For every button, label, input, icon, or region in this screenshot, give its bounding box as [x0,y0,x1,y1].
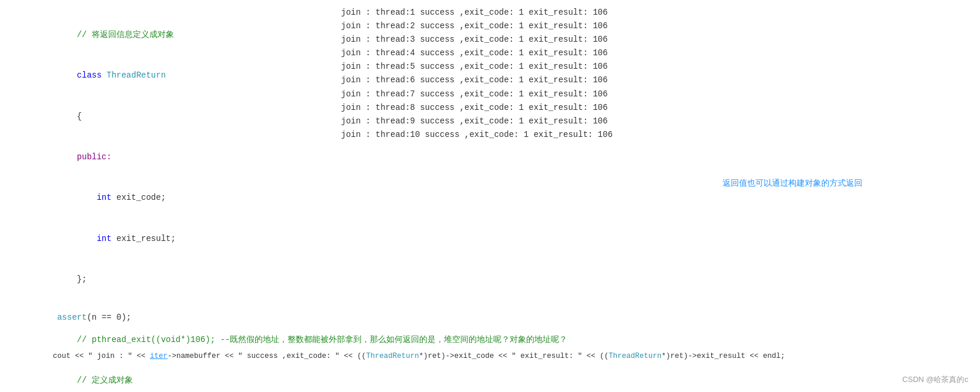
output-line-5: join : thread:5 success ,exit_code: 1 ex… [341,60,968,73]
output-line-7: join : thread:7 success ,exit_code: 1 ex… [341,88,968,101]
csdn-watermark: CSDN @哈茶真的c [902,373,968,386]
output-line-8: join : thread:8 success ,exit_code: 1 ex… [341,101,968,115]
class-name: ThreadReturn [106,71,166,80]
left-code-panel: // 将返回信息定义成对象 class ThreadReturn { publi… [0,0,329,392]
member-var: exit_result; [112,234,176,243]
code-line: int exit_code; [18,177,329,218]
output-block: join : thread:1 success ,exit_code: 1 ex… [341,6,968,142]
main-container: // 将返回信息定义成对象 class ThreadReturn { publi… [0,0,980,392]
output-line-10: join : thread:10 success ,exit_code: 1 e… [341,128,968,142]
access-specifier: public: [57,152,111,162]
keyword: int [96,234,111,243]
output-line-1: join : thread:1 success ,exit_code: 1 ex… [341,6,968,19]
output-line-2: join : thread:2 success ,exit_code: 1 ex… [341,19,968,33]
right-output-panel: join : thread:1 success ,exit_code: 1 ex… [329,0,980,392]
code-line: class ThreadReturn [18,55,329,96]
output-line-4: join : thread:4 success ,exit_code: 1 ex… [341,46,968,60]
output-line-3: join : thread:3 success ,exit_code: 1 ex… [341,33,968,46]
closing-brace: }; [57,274,86,284]
annotation-text: 返回值也可以通过构建对象的方式返回 [723,176,862,190]
code-line: }; [18,259,329,300]
code-line: { [18,96,329,137]
member-var: exit_code; [112,193,166,202]
keyword: int [96,193,111,202]
code-line: int exit_result; [18,218,329,259]
brace: { [57,112,82,121]
iter-ref: iter [150,352,168,360]
code-block-class: // 将返回信息定义成对象 class ThreadReturn { publi… [18,12,329,303]
code-line: public: [18,137,329,177]
comment-text: // 将返回信息定义成对象 [57,30,174,39]
output-line-9: join : thread:9 success ,exit_code: 1 ex… [341,115,968,128]
code-line: // 将返回信息定义成对象 [18,15,329,55]
code-text: cout << " join : " << [53,352,150,360]
code-text: (n == 0); [87,313,132,322]
keyword: class [57,71,106,80]
func-name: assert [57,313,86,322]
comment: // 定义成对象 [57,376,133,385]
output-line-6: join : thread:6 success ,exit_code: 1 ex… [341,73,968,87]
